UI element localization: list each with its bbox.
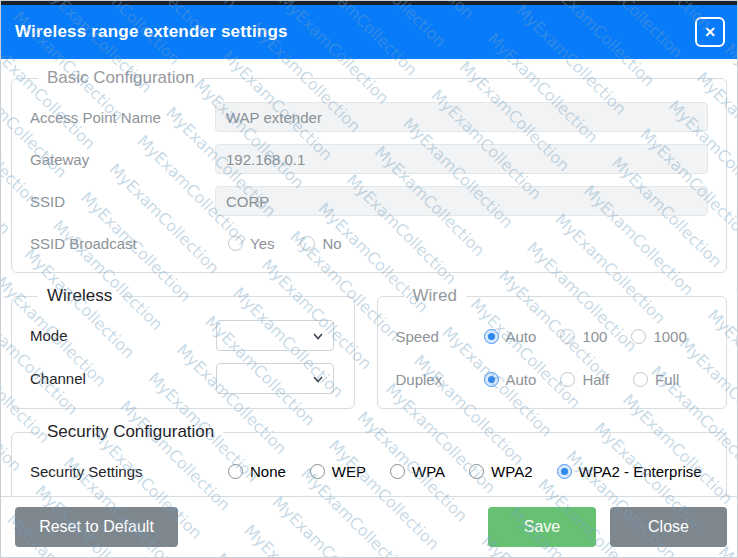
radio-icon (560, 329, 575, 344)
access-point-name-label: Access Point Name (30, 109, 215, 126)
wired-legend: Wired (404, 286, 466, 306)
basic-configuration-section: Basic Configuration Access Point Name Ga… (11, 68, 727, 273)
security-wep-option[interactable]: WEP (310, 463, 366, 480)
wired-section: Wired Speed Auto 100 1000 (377, 286, 727, 409)
duplex-full-option[interactable]: Full (633, 371, 679, 388)
basic-configuration-legend: Basic Configuration (38, 68, 203, 88)
dialog-title: Wireless range extender settings (15, 22, 288, 42)
mode-row: Mode (30, 320, 336, 351)
security-configuration-legend: Security Configuration (38, 422, 223, 442)
radio-icon (633, 372, 648, 387)
radio-icon (484, 372, 499, 387)
ssid-label: SSID (30, 193, 215, 210)
duplex-row: Duplex Auto Half Full (396, 364, 708, 394)
radio-icon (557, 464, 572, 479)
close-button[interactable]: ✕ (695, 17, 725, 47)
gateway-input[interactable] (215, 144, 708, 174)
ssid-broadcast-row: SSID Broadcast Yes No (30, 228, 708, 258)
footer-bar: Reset to Default Save Close (1, 496, 737, 557)
wireless-section: Wireless Mode Channel (11, 286, 355, 409)
save-button[interactable]: Save (488, 507, 596, 547)
close-dialog-button[interactable]: Close (610, 507, 727, 547)
chevron-down-icon (311, 329, 325, 343)
radio-icon (484, 329, 499, 344)
channel-label: Channel (30, 370, 216, 387)
radio-icon (300, 236, 315, 251)
gateway-row: Gateway (30, 144, 708, 174)
ssid-broadcast-yes-option[interactable]: Yes (228, 235, 274, 252)
radio-icon (228, 464, 243, 479)
security-settings-options: None WEP WPA WPA2 WPA2 - Enterprise (228, 463, 702, 480)
security-none-option[interactable]: None (228, 463, 286, 480)
radio-icon (631, 329, 646, 344)
radio-icon (310, 464, 325, 479)
duplex-label: Duplex (396, 371, 484, 388)
security-settings-label: Security Settings (30, 463, 215, 480)
duplex-options: Auto Half Full (484, 371, 680, 388)
radio-icon (560, 372, 575, 387)
duplex-half-option[interactable]: Half (560, 371, 609, 388)
ssid-broadcast-label: SSID Broadcast (30, 235, 215, 252)
security-wpa2-option[interactable]: WPA2 (469, 463, 532, 480)
chevron-down-icon (311, 372, 325, 386)
duplex-auto-option[interactable]: Auto (484, 371, 537, 388)
security-wpa2-enterprise-option[interactable]: WPA2 - Enterprise (557, 463, 702, 480)
ssid-broadcast-options: Yes No (228, 235, 342, 252)
speed-options: Auto 100 1000 (484, 328, 687, 345)
close-icon: ✕ (704, 24, 716, 40)
speed-100-option[interactable]: 100 (560, 328, 607, 345)
speed-1000-option[interactable]: 1000 (631, 328, 686, 345)
ssid-row: SSID (30, 186, 708, 216)
title-bar: Wireless range extender settings ✕ (1, 1, 737, 59)
gateway-label: Gateway (30, 151, 215, 168)
security-wpa-option[interactable]: WPA (390, 463, 445, 480)
speed-label: Speed (396, 328, 484, 345)
radio-icon (390, 464, 405, 479)
middle-sections: Wireless Mode Channel (1, 286, 737, 409)
access-point-name-row: Access Point Name (30, 102, 708, 132)
channel-select[interactable] (216, 363, 334, 394)
mode-select[interactable] (216, 320, 334, 351)
radio-icon (469, 464, 484, 479)
wireless-extender-dialog: Wireless range extender settings ✕ Basic… (0, 0, 738, 558)
channel-row: Channel (30, 363, 336, 394)
speed-auto-option[interactable]: Auto (484, 328, 537, 345)
radio-icon (228, 236, 243, 251)
ssid-input[interactable] (215, 186, 708, 216)
speed-row: Speed Auto 100 1000 (396, 321, 708, 351)
security-settings-row: Security Settings None WEP WPA WPA2 (30, 456, 708, 486)
access-point-name-input[interactable] (215, 102, 708, 132)
wireless-legend: Wireless (38, 286, 121, 306)
ssid-broadcast-no-option[interactable]: No (300, 235, 341, 252)
mode-label: Mode (30, 327, 216, 344)
reset-to-default-button[interactable]: Reset to Default (15, 507, 178, 547)
